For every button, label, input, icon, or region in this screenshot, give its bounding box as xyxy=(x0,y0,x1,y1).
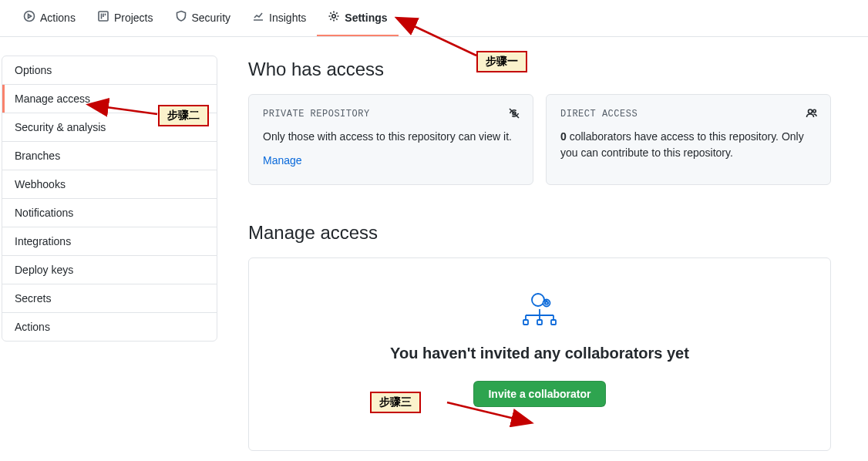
shield-icon xyxy=(175,10,187,25)
blankslate-text: You haven't invited any collaborators ye… xyxy=(272,345,807,362)
manage-access-title: Manage access xyxy=(248,222,831,244)
sidebar-item-label: Notifications xyxy=(15,207,73,219)
svg-rect-14 xyxy=(523,320,528,325)
private-card-title: PRIVATE REPOSITORY xyxy=(263,109,519,119)
project-icon xyxy=(97,10,109,25)
tab-settings[interactable]: Settings xyxy=(317,0,398,36)
collab-count: 0 xyxy=(560,130,567,143)
sidebar-item-label: Options xyxy=(15,64,52,76)
direct-access-card: DIRECT ACCESS 0 collaborators have acces… xyxy=(546,94,831,185)
sidebar-item-options[interactable]: Options xyxy=(2,56,217,85)
annotation-step3: 步骤三 xyxy=(370,392,421,413)
gear-icon xyxy=(328,10,340,25)
tab-actions[interactable]: Actions xyxy=(12,0,86,36)
annotation-step1: 步骤一 xyxy=(476,51,527,72)
svg-point-6 xyxy=(532,294,544,306)
private-repo-card: PRIVATE REPOSITORY Only those with acces… xyxy=(248,94,533,185)
main-content: Who has access PRIVATE REPOSITORY Only t… xyxy=(217,56,849,451)
sidebar-item-branches[interactable]: Branches xyxy=(2,142,217,170)
tab-security[interactable]: Security xyxy=(164,0,242,36)
manage-visibility-link[interactable]: Manage xyxy=(263,154,302,167)
sidebar-item-label: Actions xyxy=(15,321,50,333)
repo-topnav: Actions Projects Security Insights Setti… xyxy=(0,0,868,37)
sidebar-item-label: Secrets xyxy=(15,292,51,305)
invite-collaborator-button[interactable]: Invite a collaborator xyxy=(473,381,605,407)
sidebar-item-deploy-keys[interactable]: Deploy keys xyxy=(2,256,217,284)
tab-label: Actions xyxy=(40,12,76,24)
svg-point-5 xyxy=(813,109,816,113)
sidebar-item-label: Integrations xyxy=(15,235,71,247)
svg-rect-16 xyxy=(551,320,556,325)
direct-card-desc: 0 collaborators have access to this repo… xyxy=(560,129,816,161)
tab-insights[interactable]: Insights xyxy=(241,0,317,36)
tab-label: Security xyxy=(192,12,231,24)
sidebar-item-label: Branches xyxy=(15,150,60,162)
sidebar-item-label: Deploy keys xyxy=(15,264,73,276)
graph-icon xyxy=(252,10,264,25)
direct-card-title: DIRECT ACCESS xyxy=(560,109,816,119)
svg-point-0 xyxy=(25,12,35,22)
svg-rect-15 xyxy=(537,320,542,325)
sidebar-item-label: Webhooks xyxy=(15,178,66,190)
private-card-desc: Only those with access to this repositor… xyxy=(263,129,519,145)
play-icon xyxy=(23,10,35,25)
eye-off-icon xyxy=(508,107,520,119)
sidebar-item-label: Manage access xyxy=(15,93,90,105)
sidebar-item-actions[interactable]: Actions xyxy=(2,313,217,341)
access-title: Who has access xyxy=(248,59,831,80)
tab-label: Projects xyxy=(114,12,153,24)
annotation-step2: 步骤二 xyxy=(158,105,209,126)
collaborator-icon xyxy=(272,289,807,326)
settings-sidebar: Options Manage access Security & analysi… xyxy=(2,56,217,342)
svg-point-4 xyxy=(809,109,812,113)
tab-projects[interactable]: Projects xyxy=(86,0,164,36)
people-icon xyxy=(806,107,818,119)
svg-point-2 xyxy=(332,15,335,18)
tab-label: Settings xyxy=(345,12,387,24)
sidebar-item-label: Security & analysis xyxy=(15,121,106,133)
sidebar-item-notifications[interactable]: Notifications xyxy=(2,199,217,227)
sidebar-item-webhooks[interactable]: Webhooks xyxy=(2,170,217,199)
sidebar-item-secrets[interactable]: Secrets xyxy=(2,284,217,313)
sidebar-item-integrations[interactable]: Integrations xyxy=(2,227,217,256)
direct-card-desc-text: collaborators have access to this reposi… xyxy=(560,130,804,159)
manage-access-panel: You haven't invited any collaborators ye… xyxy=(248,257,831,451)
tab-label: Insights xyxy=(269,12,306,24)
access-cards: PRIVATE REPOSITORY Only those with acces… xyxy=(248,94,831,185)
